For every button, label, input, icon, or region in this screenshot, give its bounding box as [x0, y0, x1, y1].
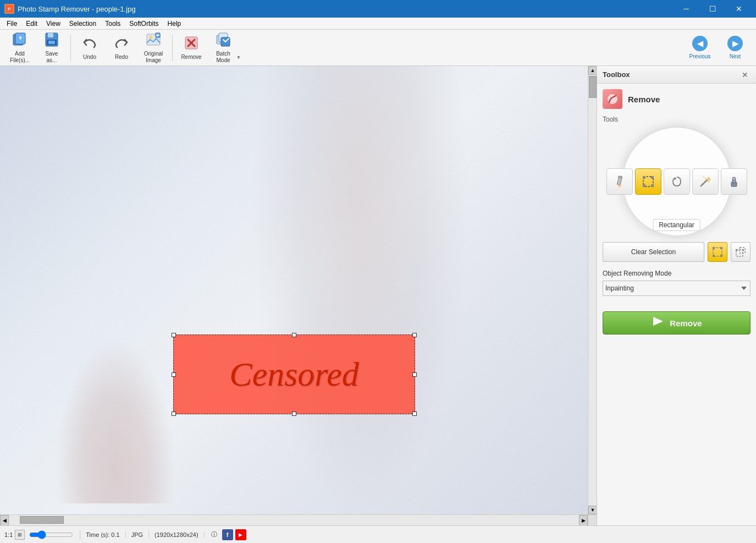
menu-tools[interactable]: Tools [101, 19, 125, 29]
status-format: JPG [126, 531, 149, 538]
remove-action-button[interactable]: Remove [603, 311, 751, 334]
clone-stamp-tool-button[interactable] [721, 168, 747, 195]
zoom-slider[interactable] [29, 531, 73, 539]
toolbar: + AddFile(s)... Saveas... Undo [0, 30, 756, 66]
horizontal-scrollbar[interactable]: ◀ ▶ [0, 514, 588, 525]
zoom-level: 1:1 [4, 531, 13, 538]
scroll-thumb-horizontal[interactable] [20, 516, 64, 524]
original-image-icon [146, 32, 161, 50]
scroll-right-button[interactable]: ▶ [579, 515, 588, 526]
status-icons: ⓘ f ▶ [205, 529, 251, 540]
image-canvas: Censored [0, 66, 588, 514]
previous-button[interactable]: ◀ Previous [683, 32, 716, 64]
rectangular-selection-tool-button[interactable] [635, 168, 661, 195]
status-bar: 1:1 ⊞ Time (s): 0.1 JPG (1920x1280x24) ⓘ… [0, 525, 756, 543]
remove-title: Remove [628, 95, 660, 104]
status-time: Time (s): 0.1 [80, 531, 125, 538]
tools-circle-container: Rectangular [611, 127, 743, 237]
batch-mode-button[interactable]: BatchMode [208, 32, 239, 64]
svg-rect-8 [48, 41, 55, 44]
facebook-icon-button[interactable]: f [222, 529, 233, 540]
svg-point-10 [149, 36, 152, 39]
tools-row [606, 168, 747, 195]
magic-wand-tool-button[interactable] [692, 168, 719, 195]
youtube-icon-button[interactable]: ▶ [235, 529, 246, 540]
close-button[interactable]: ✕ [726, 0, 752, 18]
toolbox-close-button[interactable]: ✕ [740, 69, 751, 80]
clear-selection-button[interactable]: Clear Selection [603, 242, 704, 262]
svg-rect-37 [713, 255, 715, 257]
canvas-background: Censored [0, 66, 588, 514]
save-as-button[interactable]: Saveas... [36, 32, 67, 64]
undo-button[interactable]: Undo [74, 32, 105, 64]
zoom-fit-button[interactable]: ⊞ [15, 530, 25, 540]
handle-top-right[interactable] [412, 333, 417, 337]
scroll-down-button[interactable]: ▼ [588, 506, 597, 514]
removing-mode-wrapper: Inpainting Content-Aware Fill Texture Sy… [603, 281, 751, 304]
handle-top-middle[interactable] [292, 333, 296, 337]
pencil-tool-button[interactable] [606, 168, 633, 195]
minimize-button[interactable]: ─ [674, 0, 699, 18]
select-mode-new-button[interactable] [708, 242, 727, 262]
selection-controls: Clear Selection [603, 242, 751, 262]
window-controls: ─ ☐ ✕ [674, 0, 752, 18]
toolbox-body: Remove Tools [597, 84, 756, 525]
handle-bottom-middle[interactable] [292, 412, 296, 416]
next-button[interactable]: ▶ Next [719, 32, 752, 64]
menu-bar: File Edit View Selection Tools SoftOrbit… [0, 18, 756, 30]
toolbox-header: Toolbox ✕ [597, 66, 756, 84]
svg-point-28 [704, 178, 706, 179]
removing-mode-label: Object Removing Mode [603, 270, 751, 277]
selection-box[interactable]: Censored [173, 334, 415, 414]
scroll-up-button[interactable]: ▲ [588, 66, 597, 75]
select-mode-add-button[interactable] [731, 242, 751, 262]
svg-rect-35 [713, 247, 715, 249]
menu-softorbits[interactable]: SoftOrbits [125, 19, 163, 29]
undo-label: Undo [83, 54, 96, 61]
scroll-track-vertical[interactable] [588, 75, 597, 506]
handle-middle-right[interactable] [412, 372, 417, 377]
scroll-left-button[interactable]: ◀ [0, 515, 9, 526]
handle-top-left[interactable] [172, 333, 176, 337]
remove-label: Remove [181, 54, 201, 61]
svg-rect-24 [643, 184, 645, 187]
info-icon-button[interactable]: ⓘ [209, 529, 220, 540]
menu-help[interactable]: Help [163, 19, 186, 29]
svg-rect-42 [742, 249, 744, 251]
original-image-button[interactable]: OriginalImage [138, 32, 169, 64]
svg-point-29 [708, 181, 709, 183]
remove-arrow-icon [651, 314, 665, 332]
remove-action-label: Remove [670, 319, 702, 328]
svg-rect-38 [720, 255, 722, 257]
censored-text-label: Censored [229, 355, 358, 394]
vertical-scrollbar[interactable]: ▲ ▼ [588, 66, 597, 514]
menu-file[interactable]: File [2, 19, 21, 29]
batch-mode-label: BatchMode [216, 51, 230, 64]
svg-rect-25 [651, 184, 654, 187]
menu-view[interactable]: View [42, 19, 65, 29]
menu-edit[interactable]: Edit [21, 19, 42, 29]
maximize-button[interactable]: ☐ [700, 0, 725, 18]
add-files-button[interactable]: + AddFile(s)... [4, 32, 35, 64]
tools-label: Tools [603, 116, 751, 123]
svg-line-26 [701, 180, 707, 186]
handle-middle-left[interactable] [172, 372, 176, 377]
svg-text:P: P [8, 7, 11, 12]
handle-bottom-left[interactable] [172, 412, 176, 416]
canvas-area[interactable]: Censored ▲ ▼ ◀ ▶ [0, 66, 597, 525]
status-size: (1920x1280x24) [149, 531, 205, 538]
redo-button[interactable]: Redo [106, 32, 137, 64]
removing-mode-select[interactable]: Inpainting Content-Aware Fill Texture Sy… [603, 281, 751, 296]
scroll-thumb-vertical[interactable] [589, 76, 597, 98]
scroll-track-horizontal[interactable] [9, 515, 579, 525]
lasso-tool-button[interactable] [664, 168, 690, 195]
svg-text:+: + [18, 34, 22, 42]
navigation-area: ◀ Previous ▶ Next [683, 32, 752, 64]
batch-mode-dropdown[interactable]: ▼ [236, 55, 241, 60]
remove-button[interactable]: Remove [176, 32, 207, 64]
batch-mode-icon [216, 32, 231, 50]
menu-selection[interactable]: Selection [65, 19, 101, 29]
ghost-hand [55, 338, 176, 503]
handle-bottom-right[interactable] [412, 412, 417, 416]
title-bar: P Photo Stamp Remover - people-1.jpg ─ ☐… [0, 0, 756, 18]
